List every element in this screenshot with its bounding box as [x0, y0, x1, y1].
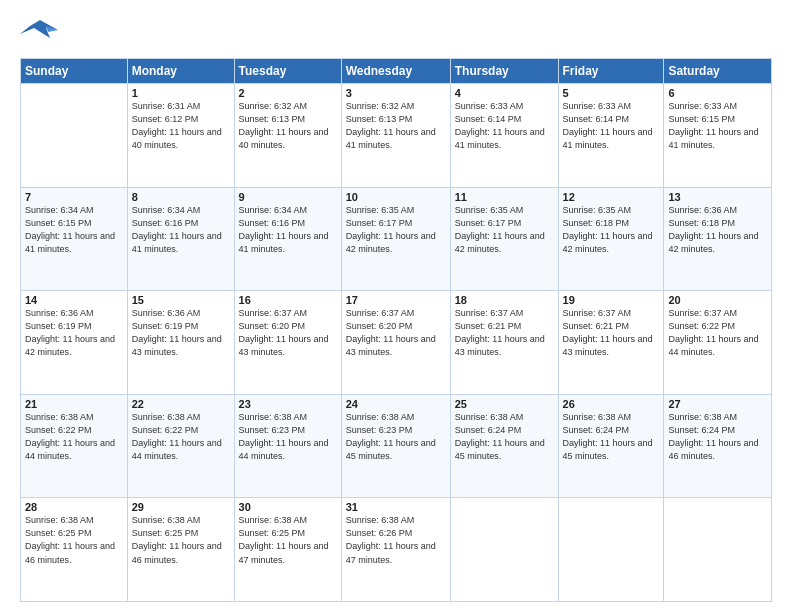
day-info: Sunrise: 6:36 AMSunset: 6:19 PMDaylight:…: [25, 307, 123, 359]
calendar-cell: 25Sunrise: 6:38 AMSunset: 6:24 PMDayligh…: [450, 394, 558, 498]
day-number: 8: [132, 191, 230, 203]
day-number: 3: [346, 87, 446, 99]
page: SundayMondayTuesdayWednesdayThursdayFrid…: [0, 0, 792, 612]
calendar-cell: 24Sunrise: 6:38 AMSunset: 6:23 PMDayligh…: [341, 394, 450, 498]
day-number: 16: [239, 294, 337, 306]
day-number: 13: [668, 191, 767, 203]
logo-bird-icon: [20, 18, 58, 48]
day-number: 4: [455, 87, 554, 99]
day-info: Sunrise: 6:37 AMSunset: 6:20 PMDaylight:…: [346, 307, 446, 359]
day-info: Sunrise: 6:38 AMSunset: 6:25 PMDaylight:…: [25, 514, 123, 566]
week-row-4: 21Sunrise: 6:38 AMSunset: 6:22 PMDayligh…: [21, 394, 772, 498]
calendar-cell: 17Sunrise: 6:37 AMSunset: 6:20 PMDayligh…: [341, 291, 450, 395]
calendar-cell: 21Sunrise: 6:38 AMSunset: 6:22 PMDayligh…: [21, 394, 128, 498]
calendar-cell: [450, 498, 558, 602]
calendar-cell: 10Sunrise: 6:35 AMSunset: 6:17 PMDayligh…: [341, 187, 450, 291]
day-info: Sunrise: 6:33 AMSunset: 6:15 PMDaylight:…: [668, 100, 767, 152]
calendar-cell: 28Sunrise: 6:38 AMSunset: 6:25 PMDayligh…: [21, 498, 128, 602]
calendar-cell: 18Sunrise: 6:37 AMSunset: 6:21 PMDayligh…: [450, 291, 558, 395]
calendar-cell: 26Sunrise: 6:38 AMSunset: 6:24 PMDayligh…: [558, 394, 664, 498]
day-info: Sunrise: 6:32 AMSunset: 6:13 PMDaylight:…: [239, 100, 337, 152]
calendar-cell: [21, 84, 128, 188]
day-info: Sunrise: 6:34 AMSunset: 6:16 PMDaylight:…: [239, 204, 337, 256]
calendar-cell: 1Sunrise: 6:31 AMSunset: 6:12 PMDaylight…: [127, 84, 234, 188]
day-number: 10: [346, 191, 446, 203]
calendar-cell: 20Sunrise: 6:37 AMSunset: 6:22 PMDayligh…: [664, 291, 772, 395]
day-number: 12: [563, 191, 660, 203]
day-info: Sunrise: 6:38 AMSunset: 6:25 PMDaylight:…: [132, 514, 230, 566]
week-row-2: 7Sunrise: 6:34 AMSunset: 6:15 PMDaylight…: [21, 187, 772, 291]
calendar-cell: 23Sunrise: 6:38 AMSunset: 6:23 PMDayligh…: [234, 394, 341, 498]
day-info: Sunrise: 6:37 AMSunset: 6:22 PMDaylight:…: [668, 307, 767, 359]
day-number: 24: [346, 398, 446, 410]
day-info: Sunrise: 6:38 AMSunset: 6:24 PMDaylight:…: [455, 411, 554, 463]
week-row-3: 14Sunrise: 6:36 AMSunset: 6:19 PMDayligh…: [21, 291, 772, 395]
day-number: 23: [239, 398, 337, 410]
day-info: Sunrise: 6:37 AMSunset: 6:20 PMDaylight:…: [239, 307, 337, 359]
calendar-cell: 19Sunrise: 6:37 AMSunset: 6:21 PMDayligh…: [558, 291, 664, 395]
day-info: Sunrise: 6:38 AMSunset: 6:23 PMDaylight:…: [346, 411, 446, 463]
day-info: Sunrise: 6:37 AMSunset: 6:21 PMDaylight:…: [563, 307, 660, 359]
day-info: Sunrise: 6:37 AMSunset: 6:21 PMDaylight:…: [455, 307, 554, 359]
day-number: 14: [25, 294, 123, 306]
day-number: 7: [25, 191, 123, 203]
day-number: 29: [132, 501, 230, 513]
day-number: 22: [132, 398, 230, 410]
calendar-cell: 31Sunrise: 6:38 AMSunset: 6:26 PMDayligh…: [341, 498, 450, 602]
calendar-cell: 3Sunrise: 6:32 AMSunset: 6:13 PMDaylight…: [341, 84, 450, 188]
calendar-cell: 2Sunrise: 6:32 AMSunset: 6:13 PMDaylight…: [234, 84, 341, 188]
logo: [20, 18, 62, 48]
day-number: 20: [668, 294, 767, 306]
day-number: 21: [25, 398, 123, 410]
header-saturday: Saturday: [664, 59, 772, 84]
calendar-cell: 4Sunrise: 6:33 AMSunset: 6:14 PMDaylight…: [450, 84, 558, 188]
day-number: 1: [132, 87, 230, 99]
day-number: 18: [455, 294, 554, 306]
calendar-cell: [664, 498, 772, 602]
day-info: Sunrise: 6:36 AMSunset: 6:18 PMDaylight:…: [668, 204, 767, 256]
calendar-cell: 7Sunrise: 6:34 AMSunset: 6:15 PMDaylight…: [21, 187, 128, 291]
calendar-cell: 22Sunrise: 6:38 AMSunset: 6:22 PMDayligh…: [127, 394, 234, 498]
day-info: Sunrise: 6:38 AMSunset: 6:22 PMDaylight:…: [25, 411, 123, 463]
day-info: Sunrise: 6:32 AMSunset: 6:13 PMDaylight:…: [346, 100, 446, 152]
day-info: Sunrise: 6:38 AMSunset: 6:23 PMDaylight:…: [239, 411, 337, 463]
day-number: 31: [346, 501, 446, 513]
day-info: Sunrise: 6:34 AMSunset: 6:16 PMDaylight:…: [132, 204, 230, 256]
day-info: Sunrise: 6:38 AMSunset: 6:24 PMDaylight:…: [668, 411, 767, 463]
header-tuesday: Tuesday: [234, 59, 341, 84]
calendar-cell: 29Sunrise: 6:38 AMSunset: 6:25 PMDayligh…: [127, 498, 234, 602]
day-info: Sunrise: 6:33 AMSunset: 6:14 PMDaylight:…: [455, 100, 554, 152]
day-info: Sunrise: 6:33 AMSunset: 6:14 PMDaylight:…: [563, 100, 660, 152]
header-friday: Friday: [558, 59, 664, 84]
calendar-header-row: SundayMondayTuesdayWednesdayThursdayFrid…: [21, 59, 772, 84]
day-info: Sunrise: 6:35 AMSunset: 6:17 PMDaylight:…: [346, 204, 446, 256]
week-row-5: 28Sunrise: 6:38 AMSunset: 6:25 PMDayligh…: [21, 498, 772, 602]
day-number: 27: [668, 398, 767, 410]
day-number: 6: [668, 87, 767, 99]
day-number: 19: [563, 294, 660, 306]
day-number: 25: [455, 398, 554, 410]
calendar-cell: 9Sunrise: 6:34 AMSunset: 6:16 PMDaylight…: [234, 187, 341, 291]
calendar-cell: 6Sunrise: 6:33 AMSunset: 6:15 PMDaylight…: [664, 84, 772, 188]
day-number: 11: [455, 191, 554, 203]
day-number: 9: [239, 191, 337, 203]
calendar-cell: [558, 498, 664, 602]
day-number: 26: [563, 398, 660, 410]
day-number: 17: [346, 294, 446, 306]
calendar-cell: 16Sunrise: 6:37 AMSunset: 6:20 PMDayligh…: [234, 291, 341, 395]
calendar-cell: 30Sunrise: 6:38 AMSunset: 6:25 PMDayligh…: [234, 498, 341, 602]
day-info: Sunrise: 6:38 AMSunset: 6:26 PMDaylight:…: [346, 514, 446, 566]
calendar-cell: 13Sunrise: 6:36 AMSunset: 6:18 PMDayligh…: [664, 187, 772, 291]
calendar-table: SundayMondayTuesdayWednesdayThursdayFrid…: [20, 58, 772, 602]
week-row-1: 1Sunrise: 6:31 AMSunset: 6:12 PMDaylight…: [21, 84, 772, 188]
header-thursday: Thursday: [450, 59, 558, 84]
header: [20, 18, 772, 48]
day-info: Sunrise: 6:31 AMSunset: 6:12 PMDaylight:…: [132, 100, 230, 152]
header-monday: Monday: [127, 59, 234, 84]
header-wednesday: Wednesday: [341, 59, 450, 84]
day-info: Sunrise: 6:36 AMSunset: 6:19 PMDaylight:…: [132, 307, 230, 359]
calendar-cell: 27Sunrise: 6:38 AMSunset: 6:24 PMDayligh…: [664, 394, 772, 498]
day-number: 5: [563, 87, 660, 99]
day-number: 15: [132, 294, 230, 306]
day-info: Sunrise: 6:35 AMSunset: 6:17 PMDaylight:…: [455, 204, 554, 256]
